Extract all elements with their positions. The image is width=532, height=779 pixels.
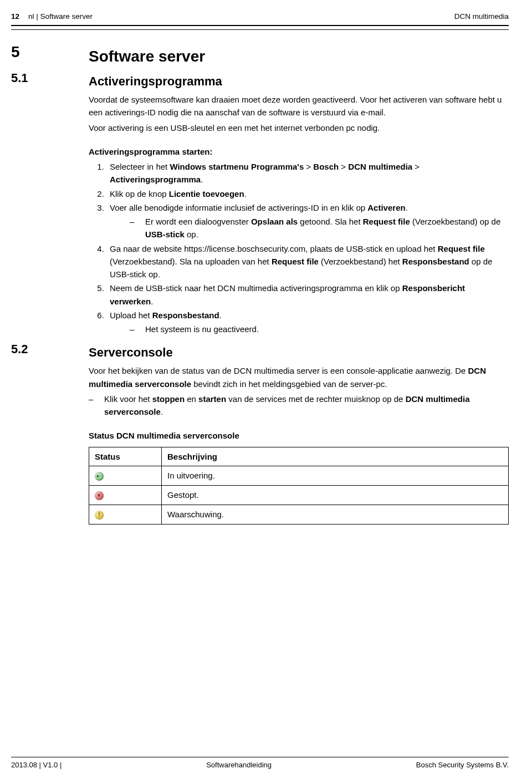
product-name: DCN multimedia (454, 12, 509, 21)
text: Er wordt een dialoogvenster (145, 217, 251, 226)
step-5: Neem de USB-stick naar het DCN multimedi… (106, 282, 509, 308)
warning-icon (95, 511, 104, 520)
text: . (406, 203, 408, 212)
cell-desc: Waarschuwing. (162, 505, 509, 524)
text-bold: Opslaan als (251, 217, 298, 226)
text-bold: DCN multimedia (348, 162, 412, 171)
divider-thin (11, 29, 509, 30)
text: . (244, 189, 247, 198)
text: (Verzoekbestand). Sla na uploaden van he… (110, 257, 272, 266)
text-bold: Activeren (367, 203, 405, 212)
stopped-icon (95, 491, 104, 500)
section-5-2-title: Serverconsole (89, 345, 509, 360)
text: (Verzoekbestand) op de (410, 217, 500, 226)
text-bold: Bosch (313, 162, 339, 171)
text-bold: Request file (272, 257, 319, 266)
divider-thick (11, 25, 509, 26)
text: Upload het (110, 310, 152, 320)
table-row: Gestopt. (89, 485, 509, 505)
start-heading: Activeringsprogramma starten: (89, 147, 212, 156)
text: Klik voor het (104, 394, 152, 404)
text: bevindt zich in het meldingsgebied van d… (191, 379, 387, 389)
serverconsole-paragraph: Voor het bekijken van de status van de D… (89, 364, 509, 390)
step-3-sub: Er wordt een dialoogvenster Opslaan als … (130, 215, 509, 241)
step-6: Upload het Responsbestand. Het systeem i… (106, 309, 509, 336)
text-bold: Responsbestand (402, 257, 469, 266)
text: Selecteer in het (110, 162, 170, 171)
activation-steps: Selecteer in het Windows startmenu Progr… (89, 160, 509, 335)
status-table: Status Beschrijving In uitvoering. Gesto… (89, 447, 509, 525)
text-bold: starten (198, 394, 226, 404)
text-bold: Request file (438, 244, 485, 253)
text: (Verzoekbestand) het (319, 257, 402, 266)
page-number: 12 (11, 12, 19, 21)
text-bold: Windows startmenu Programma's (170, 162, 304, 171)
text: op. (185, 230, 198, 239)
text: Klik op de knop (110, 189, 169, 198)
text: en (185, 394, 198, 404)
footer-center: Softwarehandleiding (206, 761, 272, 769)
step-2: Klik op de knop Licentie toevoegen. (106, 187, 509, 200)
text-bold: stoppen (152, 394, 185, 404)
table-row: In uitvoering. (89, 466, 509, 485)
text: . (219, 310, 222, 320)
text-bold: USB-stick (145, 230, 185, 239)
th-description: Beschrijving (162, 447, 509, 466)
text: Ga naar de website https://license.bosch… (110, 244, 438, 253)
text-bold: Activeringsprogramma (110, 175, 201, 184)
cell-desc: Gestopt. (162, 485, 509, 505)
page-header: 12 nl | Software server DCN multimedia (11, 11, 509, 24)
section-5-2-number: 5.2 (11, 342, 89, 357)
section-5-number: 5 (11, 43, 89, 61)
text: getoond. Sla het (298, 217, 363, 226)
cell-desc: In uitvoering. (162, 466, 509, 485)
intro-paragraph-2: Voor activering is een USB-sleutel en ee… (89, 121, 509, 134)
text: Voer alle benodigde informatie inclusief… (110, 203, 367, 212)
step-3: Voer alle benodigde informatie inclusief… (106, 201, 509, 241)
section-5-1-title: Activeringsprogramma (89, 74, 509, 89)
text-bold: Request file (363, 217, 410, 226)
text: van de services met de rechter muisknop … (226, 394, 406, 404)
text-bold: Licentie toevoegen (169, 189, 244, 198)
th-status: Status (89, 447, 162, 466)
status-table-heading: Status DCN multimedia serverconsole (89, 431, 239, 440)
text: . (161, 407, 163, 416)
serverconsole-bullet: Klik voor het stoppen en starten van de … (89, 393, 509, 419)
table-row: Waarschuwing. (89, 505, 509, 524)
section-5-1-number: 5.1 (11, 71, 89, 85)
footer-right: Bosch Security Systems B.V. (416, 761, 509, 769)
footer-left: 2013.08 | V1.0 | (11, 761, 62, 769)
text: . (151, 297, 153, 306)
section-5-title: Software server (89, 48, 509, 65)
text: > (304, 162, 313, 171)
running-icon (95, 472, 104, 481)
breadcrumb: nl | Software server (28, 12, 93, 21)
text: . (201, 175, 203, 184)
step-6-sub: Het systeem is nu geactiveerd. (130, 323, 509, 335)
step-1: Selecteer in het Windows startmenu Progr… (106, 160, 509, 186)
text: Voor het bekijken van de status van de D… (89, 366, 468, 375)
step-4: Ga naar de website https://license.bosch… (106, 242, 509, 281)
page-footer: 2013.08 | V1.0 | Softwarehandleiding Bos… (11, 757, 509, 769)
text: > (412, 162, 420, 171)
text: > (339, 162, 348, 171)
intro-paragraph-1: Voordat de systeemsoftware kan draaien m… (89, 93, 509, 119)
text-bold: Responsbestand (152, 310, 219, 320)
text: Neem de USB-stick naar het DCN multimedi… (110, 283, 402, 293)
